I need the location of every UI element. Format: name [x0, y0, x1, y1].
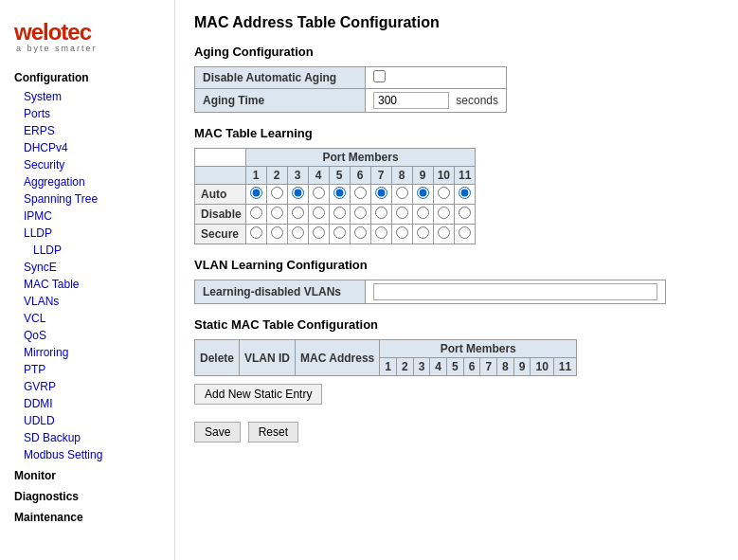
sidebar-item-sd-backup[interactable]: SD Backup: [0, 429, 174, 446]
port-10-header: 10: [433, 167, 454, 185]
auto-label: Auto: [195, 185, 246, 205]
nav-section-maintenance[interactable]: Maintenance: [0, 507, 174, 528]
auto-radio-11[interactable]: [459, 187, 471, 199]
nav-section-monitor[interactable]: Monitor: [0, 463, 174, 486]
delete-header: Delete: [195, 340, 240, 376]
auto-row: Auto: [195, 185, 476, 205]
static-mac-table: Delete VLAN ID MAC Address Port Members …: [194, 339, 577, 376]
aging-section-title: Aging Configuration: [194, 45, 719, 59]
auto-radio-9[interactable]: [417, 187, 429, 199]
auto-radio-4[interactable]: [313, 187, 325, 199]
secure-radio-1[interactable]: [250, 226, 262, 239]
aging-time-cell: seconds: [366, 89, 507, 113]
sidebar-item-lldp-sub[interactable]: LLDP: [0, 242, 174, 259]
save-button[interactable]: Save: [194, 422, 241, 443]
main-content: MAC Address Table Configuration Aging Co…: [175, 0, 738, 560]
vlan-section-title: VLAN Learning Configuration: [194, 258, 719, 272]
auto-radio-8[interactable]: [396, 187, 408, 199]
vlan-input[interactable]: [373, 283, 657, 300]
disable-port-3: [287, 205, 308, 225]
sidebar-item-ddmi[interactable]: DDMI: [0, 395, 174, 412]
nav-section-diagnostics[interactable]: Diagnostics: [0, 486, 174, 507]
port-1-header: 1: [245, 167, 266, 185]
auto-radio-3[interactable]: [292, 187, 304, 199]
disable-port-4: [308, 205, 329, 225]
auto-radio-7[interactable]: [375, 187, 387, 199]
auto-radio-6[interactable]: [354, 187, 367, 199]
auto-port-8: [391, 185, 412, 205]
secure-label-cell: Secure: [195, 225, 246, 244]
sidebar-item-udld[interactable]: UDLD: [0, 412, 174, 429]
vlan-id-header: VLAN ID: [240, 340, 296, 376]
secure-radio-11[interactable]: [459, 226, 471, 239]
disable-radio-10[interactable]: [438, 207, 450, 219]
auto-port-3: [287, 185, 308, 205]
secure-radio-10[interactable]: [438, 226, 450, 239]
sidebar-item-mirroring[interactable]: Mirroring: [0, 344, 174, 361]
disable-port-8: [391, 205, 412, 225]
secure-radio-5[interactable]: [333, 226, 346, 239]
disable-radio-4[interactable]: [313, 207, 325, 219]
sidebar-item-ipmc[interactable]: IPMC: [0, 208, 174, 225]
static-port-3: 3: [413, 358, 430, 376]
add-new-static-entry-button[interactable]: Add New Static Entry: [194, 384, 322, 405]
logo-brand-text: welotec: [14, 19, 91, 45]
sidebar-item-spanning-tree[interactable]: Spanning Tree: [0, 190, 174, 208]
disable-port-5: [329, 205, 350, 225]
secure-radio-9[interactable]: [417, 226, 429, 239]
sidebar-item-security[interactable]: Security: [0, 156, 174, 173]
aging-config-table: Disable Automatic Aging Aging Time secon…: [194, 66, 507, 113]
disable-port-7: [370, 205, 391, 225]
port-11-header: 11: [455, 167, 476, 185]
static-port-2: 2: [396, 358, 413, 376]
sidebar-item-mac-table[interactable]: MAC Table: [0, 276, 174, 293]
sidebar-item-modbus[interactable]: Modbus Setting: [0, 446, 174, 463]
disable-port-10: [433, 205, 454, 225]
auto-port-4: [308, 185, 329, 205]
secure-radio-4[interactable]: [313, 226, 325, 239]
sidebar-item-aggregation[interactable]: Aggregation: [0, 173, 174, 190]
auto-port-1: [245, 185, 266, 205]
secure-radio-2[interactable]: [271, 226, 283, 239]
static-port-10: 10: [531, 358, 553, 376]
secure-radio-8[interactable]: [396, 226, 408, 239]
auto-radio-5[interactable]: [333, 187, 346, 199]
disable-radio-6[interactable]: [354, 207, 367, 219]
disable-radio-5[interactable]: [333, 207, 346, 219]
sidebar-item-vlans[interactable]: VLANs: [0, 293, 174, 310]
nav-section-configuration[interactable]: Configuration: [0, 67, 174, 88]
sidebar-item-synce[interactable]: SyncE: [0, 259, 174, 276]
aging-time-input[interactable]: [373, 92, 449, 109]
disable-radio-2[interactable]: [271, 207, 283, 219]
sidebar-item-system[interactable]: System: [0, 88, 174, 105]
sidebar-item-erps[interactable]: ERPS: [0, 122, 174, 139]
disable-radio-9[interactable]: [417, 207, 429, 219]
secure-radio-3[interactable]: [292, 226, 304, 239]
sidebar-item-dhcpv4[interactable]: DHCPv4: [0, 139, 174, 156]
auto-radio-10[interactable]: [438, 187, 450, 199]
sidebar-item-qos[interactable]: QoS: [0, 327, 174, 344]
disable-radio-3[interactable]: [292, 207, 304, 219]
secure-port-4: [308, 225, 329, 244]
logo: welotec a byte smarter: [0, 9, 174, 67]
disable-port-1: [245, 205, 266, 225]
auto-radio-2[interactable]: [271, 187, 283, 199]
auto-port-5: [329, 185, 350, 205]
disable-aging-checkbox[interactable]: [373, 70, 386, 82]
secure-radio-7[interactable]: [375, 226, 387, 239]
reset-button[interactable]: Reset: [248, 422, 298, 443]
sidebar-item-lldp[interactable]: LLDP: [0, 225, 174, 242]
sidebar-item-vcl[interactable]: VCL: [0, 310, 174, 327]
sidebar-item-ports[interactable]: Ports: [0, 105, 174, 122]
auto-port-6: [350, 185, 370, 205]
disable-port-9: [412, 205, 433, 225]
secure-radio-6[interactable]: [354, 226, 367, 239]
disable-radio-11[interactable]: [459, 207, 471, 219]
disable-radio-7[interactable]: [375, 207, 387, 219]
disable-aging-cell: [366, 67, 507, 89]
disable-radio-8[interactable]: [396, 207, 408, 219]
disable-radio-1[interactable]: [250, 207, 262, 219]
sidebar-item-ptp[interactable]: PTP: [0, 361, 174, 378]
sidebar-item-gvrp[interactable]: GVRP: [0, 378, 174, 395]
auto-radio-1[interactable]: [250, 187, 262, 199]
